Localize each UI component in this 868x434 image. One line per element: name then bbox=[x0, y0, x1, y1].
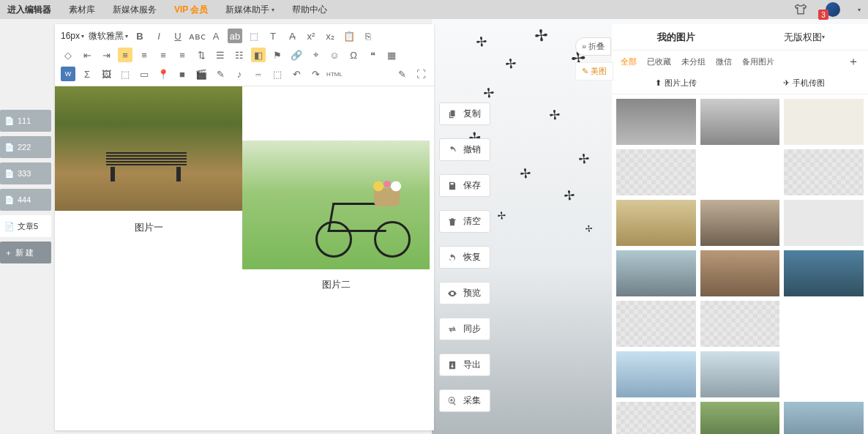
superscript-button[interactable]: x² bbox=[304, 29, 318, 43]
paste-button[interactable]: 📋 bbox=[342, 29, 356, 43]
gallery-thumb[interactable] bbox=[784, 200, 864, 246]
highlight-button[interactable]: ◧ bbox=[251, 48, 266, 62]
attach-button[interactable]: ⬚ bbox=[270, 67, 285, 81]
line-height-button[interactable]: ⇅ bbox=[194, 48, 209, 62]
indent-in-button[interactable]: ⇥ bbox=[99, 48, 113, 62]
gallery-thumb[interactable] bbox=[784, 149, 864, 195]
filter-fav[interactable]: 已收藏 bbox=[643, 55, 676, 69]
gallery-thumb[interactable] bbox=[616, 351, 696, 397]
strike-button[interactable]: ᴀʙᴄ bbox=[190, 29, 204, 43]
map-button[interactable]: 📍 bbox=[156, 67, 171, 81]
dock-doc-article5[interactable]: 📄 文章5 bbox=[0, 215, 51, 237]
emoji-button[interactable]: ☺ bbox=[327, 48, 342, 62]
restore-button[interactable]: 恢复 bbox=[439, 246, 490, 269]
word-button[interactable]: W bbox=[61, 67, 75, 81]
font-size-select[interactable]: 16px▾ bbox=[61, 31, 84, 41]
tab-my-images[interactable]: 我的图片 bbox=[612, 24, 740, 50]
user-menu-caret[interactable]: ▾ bbox=[858, 7, 861, 13]
bg-color-button[interactable]: ab bbox=[228, 29, 242, 43]
bold-button[interactable]: B bbox=[132, 29, 147, 43]
formula-button[interactable]: Σ bbox=[80, 67, 94, 81]
eraser-button[interactable]: ◇ bbox=[61, 48, 75, 62]
redo-button[interactable]: ↷ bbox=[308, 67, 323, 81]
upload-button[interactable]: ⬆ 图片上传 bbox=[655, 78, 697, 89]
material-lib-link[interactable]: 素材库 bbox=[69, 4, 95, 16]
gallery-thumb[interactable] bbox=[784, 402, 864, 434]
symbol-button[interactable]: Ω bbox=[346, 48, 361, 62]
edit-mode-button[interactable]: ✎ bbox=[394, 67, 409, 81]
clear-format-button[interactable]: ⬚ bbox=[247, 29, 261, 43]
gallery-thumb[interactable] bbox=[616, 99, 696, 145]
add-group-button[interactable]: ＋ bbox=[843, 54, 864, 70]
gallery-thumb[interactable] bbox=[700, 149, 780, 195]
gallery-thumb[interactable] bbox=[700, 351, 780, 397]
gallery-thumb[interactable] bbox=[700, 250, 780, 296]
fold-button[interactable]: » 折叠 bbox=[575, 37, 611, 56]
gallery-thumb[interactable] bbox=[700, 402, 780, 434]
gallery-thumb[interactable] bbox=[700, 301, 780, 347]
help-link[interactable]: 帮助中心 bbox=[292, 4, 327, 16]
dock-doc-111[interactable]: 📄 111 bbox=[0, 110, 51, 132]
gallery-thumb[interactable] bbox=[616, 301, 696, 347]
mobile-upload-button[interactable]: ✈ 手机传图 bbox=[783, 78, 825, 89]
align-center-button[interactable]: ≡ bbox=[137, 48, 151, 62]
gallery-thumb[interactable] bbox=[784, 351, 864, 397]
new-media-link[interactable]: 新媒体服务 bbox=[113, 4, 157, 16]
dock-doc-222[interactable]: 📄 222 bbox=[0, 136, 51, 158]
copy-button[interactable]: 复制 bbox=[439, 102, 490, 125]
align-justify-button[interactable]: ≡ bbox=[175, 48, 190, 62]
gallery-thumb[interactable] bbox=[700, 99, 780, 145]
save-button[interactable]: 保存 bbox=[439, 174, 490, 197]
export-button[interactable]: 导出 bbox=[439, 353, 490, 376]
sync-button[interactable]: 同步 bbox=[439, 318, 490, 340]
collect-button[interactable]: 采集 bbox=[439, 389, 490, 412]
italic-button[interactable]: I bbox=[151, 29, 166, 43]
gallery-thumb[interactable] bbox=[784, 301, 864, 347]
font-family-select[interactable]: 微软雅黑▾ bbox=[89, 30, 128, 42]
format-painter-button[interactable]: T bbox=[266, 29, 280, 43]
dock-new-button[interactable]: ＋ 新 建 bbox=[0, 242, 51, 263]
tab-free-images[interactable]: 无版权图 ▾ bbox=[740, 24, 868, 50]
gallery-button[interactable]: ⬚ bbox=[118, 67, 132, 81]
filter-ungrouped[interactable]: 未分组 bbox=[677, 55, 710, 69]
gallery-thumb[interactable] bbox=[784, 99, 864, 145]
align-left-button[interactable]: ≡ bbox=[118, 48, 132, 62]
preview-button[interactable]: 预览 bbox=[439, 282, 490, 304]
editor-canvas[interactable]: 图片一 图片二 bbox=[55, 86, 434, 434]
clear-button[interactable]: 清空 bbox=[439, 210, 490, 233]
indent-out-button[interactable]: ⇤ bbox=[80, 48, 94, 62]
underline-button[interactable]: U bbox=[171, 29, 185, 43]
dock-doc-333[interactable]: 📄 333 bbox=[0, 162, 51, 184]
list-ol-button[interactable]: ☷ bbox=[232, 48, 247, 62]
gallery-thumb[interactable] bbox=[784, 250, 864, 296]
flag-button[interactable]: ⚑ bbox=[270, 48, 285, 62]
card-button[interactable]: ▭ bbox=[137, 67, 151, 81]
quote-button[interactable]: ❝ bbox=[365, 48, 380, 62]
enter-editor-link[interactable]: 进入编辑器 bbox=[7, 4, 51, 16]
fullscreen-button[interactable]: ⛶ bbox=[414, 67, 428, 81]
dock-doc-444[interactable]: 📄 444 bbox=[0, 189, 51, 211]
beauty-button[interactable]: ✎ 美图 bbox=[575, 62, 613, 81]
gallery-thumb[interactable] bbox=[616, 200, 696, 246]
assistant-link[interactable]: 新媒体助手▾ bbox=[225, 4, 274, 16]
theme-shirt-icon[interactable] bbox=[793, 2, 808, 17]
video-button[interactable]: ■ bbox=[175, 67, 190, 81]
image-button[interactable]: 🖼 bbox=[99, 67, 113, 81]
filter-wechat[interactable]: 微信 bbox=[711, 55, 736, 69]
audio-button[interactable]: 🎬 bbox=[194, 67, 209, 81]
canvas-image-2[interactable] bbox=[242, 141, 430, 269]
font-color-button[interactable]: A bbox=[209, 29, 223, 43]
table-button[interactable]: ▦ bbox=[384, 48, 399, 62]
filter-all[interactable]: 全部 bbox=[616, 55, 641, 69]
canvas-image-1[interactable] bbox=[55, 86, 242, 211]
list-ul-button[interactable]: ☰ bbox=[213, 48, 228, 62]
link-button[interactable]: 🔗 bbox=[289, 48, 304, 62]
undo-action-button[interactable]: 撤销 bbox=[439, 138, 490, 161]
undo-button[interactable]: ↶ bbox=[289, 67, 304, 81]
vip-link[interactable]: VIP 会员 bbox=[174, 4, 208, 16]
html-button[interactable]: HTML bbox=[327, 67, 342, 81]
user-avatar[interactable]: 3 bbox=[826, 2, 840, 17]
music-button[interactable]: ♪ bbox=[232, 67, 247, 81]
gallery-thumb[interactable] bbox=[616, 402, 696, 434]
gallery-thumb[interactable] bbox=[616, 149, 696, 195]
